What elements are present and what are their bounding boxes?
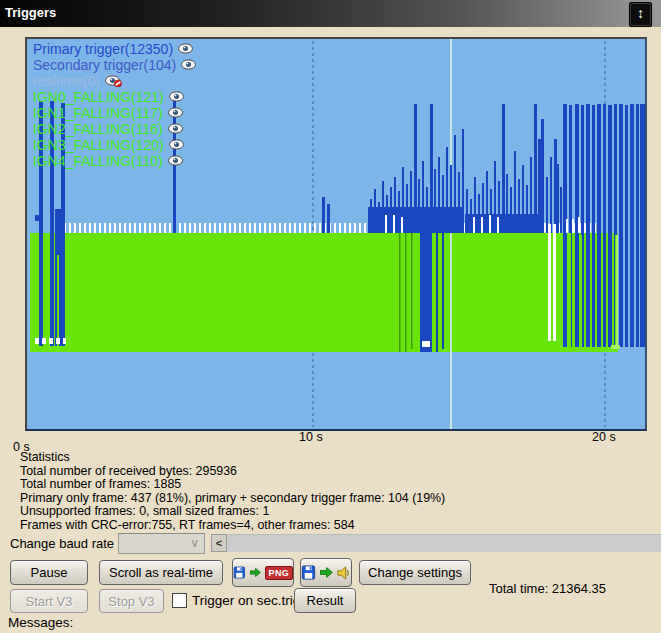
stats-line-1: Total number of received bytes: 295936 bbox=[20, 465, 445, 479]
eye-visible-icon[interactable] bbox=[169, 91, 186, 103]
legend-label: Primary trigger(12350) bbox=[33, 41, 173, 57]
pause-label: Pause bbox=[31, 565, 68, 580]
stats-line-5: Frames with CRC-error:755, RT frames=4, … bbox=[20, 519, 445, 533]
window-title: Triggers bbox=[5, 5, 56, 20]
legend-label: realtime(0) bbox=[33, 73, 100, 89]
baud-rate-select[interactable]: ∨ bbox=[118, 533, 205, 554]
updown-arrow-icon: ↕ bbox=[637, 5, 644, 21]
left-arrow-icon: < bbox=[216, 537, 222, 549]
trigger-on-sectrig-row: Trigger on sec.trig bbox=[172, 593, 300, 608]
triggers-window: Triggers ↕ Primary trigger(12350)Seconda… bbox=[0, 0, 661, 633]
stats-line-2: Total number of frames: 1885 bbox=[20, 478, 445, 492]
legend-item-1: Secondary trigger(104) bbox=[33, 57, 198, 73]
legend-item-6: IGN3_FALLING(120) bbox=[33, 137, 198, 153]
eye-visible-icon[interactable] bbox=[168, 123, 185, 135]
start-v3-label: Start V3 bbox=[26, 594, 73, 609]
messages-label: Messages: bbox=[8, 615, 73, 630]
legend-label: IGN3_FALLING(120) bbox=[33, 137, 164, 153]
stats-line-4: Unsupported frames: 0, small sized frame… bbox=[20, 505, 445, 519]
legend-item-0: Primary trigger(12350) bbox=[33, 41, 198, 57]
x-tick-10s: 10 s bbox=[299, 430, 323, 444]
title-bar: Triggers ↕ bbox=[0, 0, 661, 27]
eye-visible-icon[interactable] bbox=[168, 107, 185, 119]
scrollbar-left-arrow[interactable]: < bbox=[211, 534, 227, 552]
horizontal-scrollbar[interactable] bbox=[227, 534, 661, 552]
x-tick-20s: 20 s bbox=[592, 430, 616, 444]
save-audio-button[interactable] bbox=[300, 558, 352, 587]
green-arrow-icon bbox=[320, 567, 333, 578]
eye-hidden-icon[interactable] bbox=[105, 75, 122, 87]
eye-visible-icon[interactable] bbox=[181, 59, 198, 71]
legend-item-2: realtime(0) bbox=[33, 73, 198, 89]
result-button[interactable]: Result bbox=[294, 588, 356, 613]
speaker-icon bbox=[337, 566, 351, 580]
start-v3-button[interactable]: Start V3 bbox=[10, 589, 88, 613]
legend-label: IGN2_FALLING(116) bbox=[33, 121, 163, 137]
legend-label: IGN0_FALLING(121) bbox=[33, 89, 164, 105]
pause-button[interactable]: Pause bbox=[10, 560, 88, 585]
legend-item-7: IGN4_FALLING(110) bbox=[33, 153, 198, 169]
stop-v3-button[interactable]: Stop V3 bbox=[99, 589, 164, 613]
total-time-value: Total time: 21364.35 bbox=[489, 581, 606, 596]
stop-v3-label: Stop V3 bbox=[108, 594, 154, 609]
stats-title: Statistics bbox=[20, 451, 445, 465]
collapse-window-button[interactable]: ↕ bbox=[629, 2, 652, 27]
eye-visible-icon[interactable] bbox=[178, 43, 195, 55]
change-settings-button[interactable]: Change settings bbox=[359, 560, 471, 585]
stats-line-3: Primary only frame: 437 (81%), primary +… bbox=[20, 492, 445, 506]
trigger-on-sectrig-label: Trigger on sec.trig bbox=[192, 593, 300, 608]
legend-label: IGN1_FALLING(117) bbox=[33, 105, 163, 121]
save-png-button[interactable]: PNG bbox=[232, 558, 294, 587]
chart-legend: Primary trigger(12350)Secondary trigger(… bbox=[33, 41, 198, 169]
floppy-disk-icon bbox=[233, 565, 246, 580]
png-badge: PNG bbox=[265, 566, 293, 580]
scroll-as-realtime-button[interactable]: Scroll as real-time bbox=[99, 560, 223, 585]
floppy-disk-icon bbox=[301, 565, 316, 580]
trigger-timeline-chart: Primary trigger(12350)Secondary trigger(… bbox=[25, 37, 647, 431]
legend-label: IGN4_FALLING(110) bbox=[33, 153, 163, 169]
eye-visible-icon[interactable] bbox=[169, 139, 186, 151]
scroll-as-realtime-label: Scroll as real-time bbox=[109, 565, 213, 580]
change-baud-rate-label: Change baud rate bbox=[10, 536, 114, 551]
chevron-down-icon: ∨ bbox=[190, 536, 199, 550]
change-settings-label: Change settings bbox=[368, 565, 462, 580]
green-arrow-icon bbox=[250, 567, 261, 578]
result-label: Result bbox=[307, 593, 344, 608]
legend-item-3: IGN0_FALLING(121) bbox=[33, 89, 198, 105]
eye-visible-icon[interactable] bbox=[168, 155, 185, 167]
legend-item-5: IGN2_FALLING(116) bbox=[33, 121, 198, 137]
legend-label: Secondary trigger(104) bbox=[33, 57, 176, 73]
legend-item-4: IGN1_FALLING(117) bbox=[33, 105, 198, 121]
statistics-block: Statistics Total number of received byte… bbox=[20, 451, 445, 532]
trigger-on-sectrig-checkbox[interactable] bbox=[172, 593, 187, 608]
